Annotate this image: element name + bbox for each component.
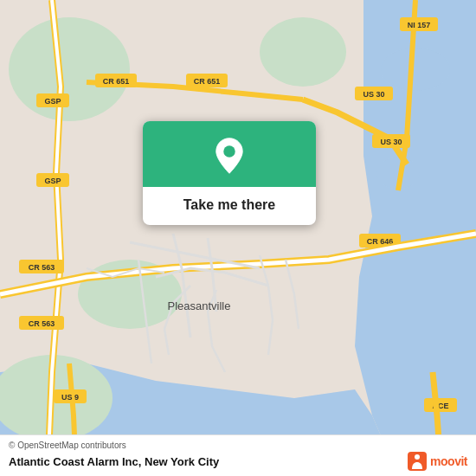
- map-background: GSP GSP CR 651 CR 651 NI 157 US 30 US 30…: [0, 0, 476, 476]
- take-me-there-card: Take me there: [143, 121, 316, 225]
- moovit-brand-icon: [408, 452, 427, 471]
- bottom-bar: © OpenStreetMap contributors Atlantic Co…: [0, 434, 476, 476]
- svg-text:Pleasantville: Pleasantville: [168, 299, 231, 312]
- svg-point-3: [9, 17, 130, 121]
- map-container: GSP GSP CR 651 CR 651 NI 157 US 30 US 30…: [0, 0, 476, 476]
- card-green-header: [143, 121, 316, 187]
- take-me-there-button[interactable]: Take me there: [183, 197, 275, 213]
- svg-text:US 30: US 30: [363, 90, 384, 99]
- place-name: Atlantic Coast Alarm Inc, New York City: [9, 455, 219, 468]
- svg-text:CR 563: CR 563: [29, 319, 55, 328]
- moovit-text: moovit: [430, 454, 467, 468]
- location-pin-icon: [210, 137, 248, 175]
- svg-text:GSP: GSP: [44, 97, 61, 106]
- attribution-text: © OpenStreetMap contributors: [9, 441, 467, 450]
- svg-text:CR 651: CR 651: [194, 77, 221, 86]
- svg-text:CR 651: CR 651: [103, 77, 130, 86]
- svg-point-4: [260, 17, 346, 87]
- svg-text:CR 563: CR 563: [29, 263, 55, 272]
- svg-point-35: [415, 454, 420, 460]
- svg-text:GSP: GSP: [44, 177, 61, 185]
- moovit-logo: moovit: [408, 452, 467, 471]
- svg-text:US 9: US 9: [61, 393, 79, 402]
- svg-point-1: [381, 48, 450, 91]
- svg-point-33: [223, 145, 235, 158]
- svg-text:US 30: US 30: [380, 138, 402, 146]
- svg-text:NI 157: NI 157: [408, 21, 431, 29]
- bottom-info-row: Atlantic Coast Alarm Inc, New York City …: [9, 452, 467, 471]
